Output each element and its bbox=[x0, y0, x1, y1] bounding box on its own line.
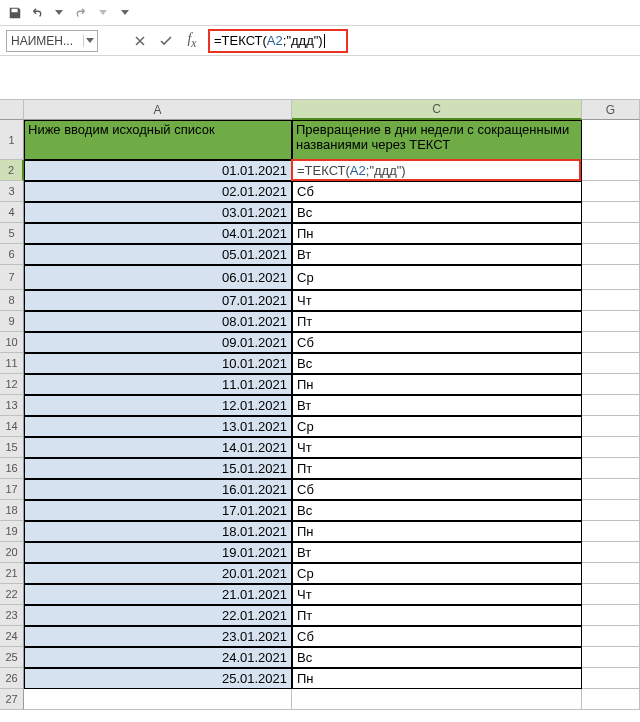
cell-C6[interactable]: Вт bbox=[292, 244, 582, 265]
cell-G21[interactable] bbox=[582, 563, 640, 584]
cell-A1[interactable]: Ниже вводим исходный список bbox=[24, 120, 292, 160]
cell-G27[interactable] bbox=[582, 689, 640, 710]
cell-G17[interactable] bbox=[582, 479, 640, 500]
enter-formula-button[interactable] bbox=[154, 30, 178, 52]
cell-G22[interactable] bbox=[582, 584, 640, 605]
cell-A12[interactable]: 11.01.2021 bbox=[24, 374, 292, 395]
row-header[interactable]: 2 bbox=[0, 160, 24, 181]
cell-G3[interactable] bbox=[582, 181, 640, 202]
cell-A15[interactable]: 14.01.2021 bbox=[24, 437, 292, 458]
cell-A8[interactable]: 07.01.2021 bbox=[24, 290, 292, 311]
cell-A14[interactable]: 13.01.2021 bbox=[24, 416, 292, 437]
qat-customize[interactable] bbox=[114, 2, 136, 24]
redo-dropdown[interactable] bbox=[92, 2, 114, 24]
cell-A16[interactable]: 15.01.2021 bbox=[24, 458, 292, 479]
cell-G14[interactable] bbox=[582, 416, 640, 437]
undo-button[interactable] bbox=[26, 2, 48, 24]
cell-A6[interactable]: 05.01.2021 bbox=[24, 244, 292, 265]
row-header[interactable]: 13 bbox=[0, 395, 24, 416]
row-header[interactable]: 6 bbox=[0, 244, 24, 265]
row-header[interactable]: 15 bbox=[0, 437, 24, 458]
row-header[interactable]: 22 bbox=[0, 584, 24, 605]
cell-C1[interactable]: Превращение в дни недели с сокращенными … bbox=[292, 120, 582, 160]
row-header[interactable]: 26 bbox=[0, 668, 24, 689]
cell-C9[interactable]: Пт bbox=[292, 311, 582, 332]
cell-C23[interactable]: Пт bbox=[292, 605, 582, 626]
cell-C17[interactable]: Сб bbox=[292, 479, 582, 500]
cell-C5[interactable]: Пн bbox=[292, 223, 582, 244]
cell-G12[interactable] bbox=[582, 374, 640, 395]
row-header[interactable]: 4 bbox=[0, 202, 24, 223]
cell-G19[interactable] bbox=[582, 521, 640, 542]
cell-C15[interactable]: Чт bbox=[292, 437, 582, 458]
column-header-G[interactable]: G bbox=[582, 100, 640, 120]
cell-C14[interactable]: Ср bbox=[292, 416, 582, 437]
row-header[interactable]: 19 bbox=[0, 521, 24, 542]
cell-A23[interactable]: 22.01.2021 bbox=[24, 605, 292, 626]
cell-G8[interactable] bbox=[582, 290, 640, 311]
cell-A18[interactable]: 17.01.2021 bbox=[24, 500, 292, 521]
select-all-corner[interactable] bbox=[0, 100, 24, 120]
cell-C26[interactable]: Пн bbox=[292, 668, 582, 689]
row-header[interactable]: 21 bbox=[0, 563, 24, 584]
cell-G1[interactable] bbox=[582, 120, 640, 160]
row-header[interactable]: 1 bbox=[0, 120, 24, 160]
cell-G9[interactable] bbox=[582, 311, 640, 332]
cell-C19[interactable]: Пн bbox=[292, 521, 582, 542]
cell-G2[interactable] bbox=[582, 160, 640, 181]
cell-G23[interactable] bbox=[582, 605, 640, 626]
cell-C21[interactable]: Ср bbox=[292, 563, 582, 584]
insert-function-button[interactable]: fx bbox=[180, 30, 204, 52]
cell-C20[interactable]: Вт bbox=[292, 542, 582, 563]
cell-editor[interactable]: =ТЕКСТ(A2;"ддд") bbox=[291, 159, 581, 181]
cell-A17[interactable]: 16.01.2021 bbox=[24, 479, 292, 500]
name-box-dropdown[interactable] bbox=[83, 35, 95, 47]
cell-G25[interactable] bbox=[582, 647, 640, 668]
cell-G7[interactable] bbox=[582, 265, 640, 290]
cell-A27[interactable] bbox=[24, 689, 292, 710]
cell-A25[interactable]: 24.01.2021 bbox=[24, 647, 292, 668]
cell-G15[interactable] bbox=[582, 437, 640, 458]
cell-C11[interactable]: Вс bbox=[292, 353, 582, 374]
cell-G11[interactable] bbox=[582, 353, 640, 374]
row-header[interactable]: 23 bbox=[0, 605, 24, 626]
cell-A5[interactable]: 04.01.2021 bbox=[24, 223, 292, 244]
cell-G13[interactable] bbox=[582, 395, 640, 416]
name-box[interactable]: НАИМЕН... bbox=[6, 30, 98, 52]
cell-C12[interactable]: Пн bbox=[292, 374, 582, 395]
row-header[interactable]: 12 bbox=[0, 374, 24, 395]
cell-A13[interactable]: 12.01.2021 bbox=[24, 395, 292, 416]
cell-A4[interactable]: 03.01.2021 bbox=[24, 202, 292, 223]
row-header[interactable]: 3 bbox=[0, 181, 24, 202]
row-header[interactable]: 20 bbox=[0, 542, 24, 563]
cell-C27[interactable] bbox=[292, 689, 582, 710]
row-header[interactable]: 7 bbox=[0, 265, 24, 290]
cell-G6[interactable] bbox=[582, 244, 640, 265]
cell-G18[interactable] bbox=[582, 500, 640, 521]
cell-A3[interactable]: 02.01.2021 bbox=[24, 181, 292, 202]
row-header[interactable]: 10 bbox=[0, 332, 24, 353]
row-header[interactable]: 14 bbox=[0, 416, 24, 437]
cell-A22[interactable]: 21.01.2021 bbox=[24, 584, 292, 605]
spreadsheet-grid[interactable]: A C G 1 Ниже вводим исходный список Прев… bbox=[0, 100, 640, 710]
cell-A2[interactable]: 01.01.2021 bbox=[24, 160, 292, 181]
cell-G10[interactable] bbox=[582, 332, 640, 353]
cell-A11[interactable]: 10.01.2021 bbox=[24, 353, 292, 374]
cell-A9[interactable]: 08.01.2021 bbox=[24, 311, 292, 332]
row-header[interactable]: 18 bbox=[0, 500, 24, 521]
row-header[interactable]: 5 bbox=[0, 223, 24, 244]
cell-A24[interactable]: 23.01.2021 bbox=[24, 626, 292, 647]
row-header[interactable]: 16 bbox=[0, 458, 24, 479]
cell-G26[interactable] bbox=[582, 668, 640, 689]
cancel-formula-button[interactable] bbox=[128, 30, 152, 52]
cell-C25[interactable]: Вс bbox=[292, 647, 582, 668]
cell-A7[interactable]: 06.01.2021 bbox=[24, 265, 292, 290]
cell-A19[interactable]: 18.01.2021 bbox=[24, 521, 292, 542]
cell-A26[interactable]: 25.01.2021 bbox=[24, 668, 292, 689]
cell-A21[interactable]: 20.01.2021 bbox=[24, 563, 292, 584]
cell-C10[interactable]: Сб bbox=[292, 332, 582, 353]
formula-bar[interactable]: =ТЕКСТ(A2;"ддд") bbox=[208, 29, 348, 53]
row-header[interactable]: 17 bbox=[0, 479, 24, 500]
row-header[interactable]: 9 bbox=[0, 311, 24, 332]
row-header[interactable]: 27 bbox=[0, 689, 24, 710]
